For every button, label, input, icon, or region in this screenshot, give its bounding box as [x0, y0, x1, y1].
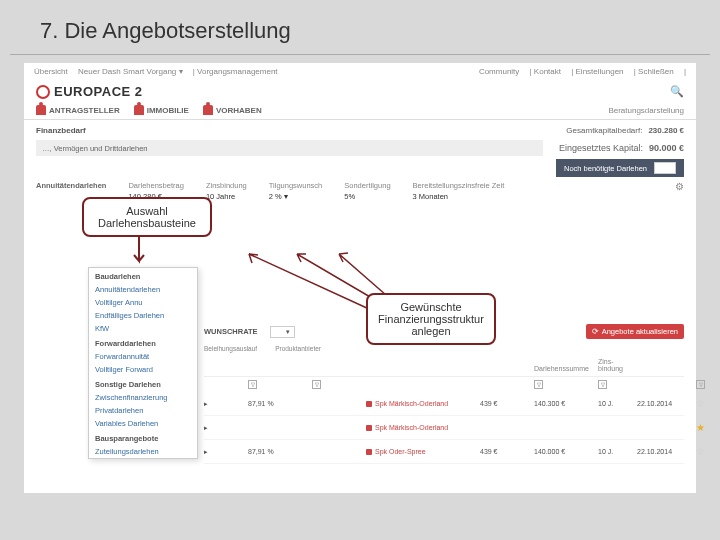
filter-icon[interactable]: ∇	[534, 380, 543, 389]
tab-immobilie[interactable]: IMMOBILIE	[134, 105, 189, 115]
dd-forward-ann[interactable]: Forwardannuität	[89, 350, 197, 363]
provider-label: Produktanbieter	[275, 345, 321, 352]
nav-settings[interactable]: Einstellungen	[576, 67, 624, 76]
row-sum: 140.300 €	[534, 400, 594, 407]
consulting-view-link[interactable]: Beratungsdarstellung	[608, 106, 684, 115]
nav-contact[interactable]: Kontakt	[534, 67, 561, 76]
callout-structure: Gewünschte Finanzierungs­struktur anlege…	[366, 293, 496, 345]
refresh-icon: ⟳	[592, 327, 599, 336]
row-pct: 87,91 %	[248, 448, 308, 455]
filter-icon[interactable]: ∇	[598, 380, 607, 389]
update-offers-button[interactable]: ⟳Angebote aktualisieren	[586, 324, 684, 339]
dd-kfw[interactable]: KfW	[89, 322, 197, 335]
row-bank: Spk Oder-Spree	[366, 448, 476, 455]
app-screenshot: Übersicht Neuer Dash Smart Vorgang ▾ | V…	[24, 63, 696, 493]
star-icon[interactable]: ★	[696, 422, 716, 433]
dd-annuitaet[interactable]: Annuitätendarlehen	[89, 283, 197, 296]
nav-community[interactable]: Community	[479, 67, 519, 76]
person-icon	[36, 105, 46, 115]
assets-bar: …, Vermögen und Drittdarlehen	[36, 140, 543, 156]
house-icon	[134, 105, 144, 115]
table-row[interactable]: ▸ 87,91 % Spk Märkisch-Oderland 439 € 14…	[204, 392, 684, 416]
col-binding[interactable]: Zins­bindung	[598, 358, 633, 372]
remaining-loans-bar: Noch benötigte Darlehen 0 €	[556, 159, 684, 177]
binding-value[interactable]: 10 Jahre	[206, 192, 247, 201]
star-icon[interactable]: ☆	[696, 446, 716, 457]
row-pct: 87,91 %	[248, 400, 308, 407]
offers-table: Darlehens­summe Zins­bindung ∇ ∇ ∇ ∇ ∇ ▸…	[204, 354, 684, 464]
free-label: Bereitstellungszinsfreie Zeit	[413, 181, 505, 190]
tab-antragsteller[interactable]: ANTRAGSTELLER	[36, 105, 120, 115]
row-rate: 439 €	[480, 448, 530, 455]
dd-zwischen[interactable]: Zwischenfinanzierung	[89, 391, 197, 404]
gk-label: Gesamtkapitalbedarf:	[566, 126, 642, 135]
table-row[interactable]: ▸ Spk Märkisch-Oderland ★	[204, 416, 684, 440]
free-value[interactable]: 3 Monaten	[413, 192, 505, 201]
dd-endfaellig[interactable]: Endfälliges Darlehen	[89, 309, 197, 322]
filter-icon[interactable]: ∇	[312, 380, 321, 389]
star-icon[interactable]: ☆	[696, 398, 716, 409]
col-sum[interactable]: Darlehens­summe	[534, 365, 594, 372]
table-row[interactable]: ▸ 87,91 % Spk Oder-Spree 439 € 140.000 €…	[204, 440, 684, 464]
special-value[interactable]: 5%	[344, 192, 390, 201]
dd-volltilger[interactable]: Volltilger Annu	[89, 296, 197, 309]
row-bind: 10 J.	[598, 400, 633, 407]
loan-type-dropdown[interactable]: Baudarlehen Annuitätendarlehen Volltilge…	[88, 267, 198, 459]
tab-vorhaben[interactable]: VORHABEN	[203, 105, 262, 115]
row-sum: 140.000 €	[534, 448, 594, 455]
row-rate: 439 €	[480, 400, 530, 407]
binding-label: Zinsbindung	[206, 181, 247, 190]
ek-value: 90.000 €	[649, 143, 684, 153]
gear-icon[interactable]: ⚙	[675, 181, 684, 201]
dd-section-sonstige: Sonstige Darlehen	[89, 376, 197, 391]
dd-privat[interactable]: Privatdarlehen	[89, 404, 197, 417]
dd-section-forward: Forwarddarlehen	[89, 335, 197, 350]
dd-section-bauspar: Bausparangebote	[89, 430, 197, 445]
nav-close[interactable]: Schließen	[638, 67, 674, 76]
nav-overview[interactable]: Übersicht	[34, 67, 68, 76]
repay-value[interactable]: 2 % ▾	[269, 192, 323, 201]
filter-icon[interactable]: ∇	[248, 380, 257, 389]
top-navbar: Übersicht Neuer Dash Smart Vorgang ▾ | V…	[24, 63, 696, 80]
amount-label: Darlehensbetrag	[128, 181, 183, 190]
special-label: Sondertilgung	[344, 181, 390, 190]
wunschrate-select[interactable]: ▾	[270, 326, 296, 338]
row-bank: Spk Märkisch-Oderland	[366, 400, 476, 407]
row-bind: 10 J.	[598, 448, 633, 455]
repay-label: Tilgungswunsch	[269, 181, 323, 190]
ek-label: Eingesetztes Kapital:	[559, 143, 643, 153]
project-icon	[203, 105, 213, 115]
ltv-label: Beleihungs­auslauf	[204, 345, 257, 352]
slide-title: 7. Die Angebotserstellung	[10, 0, 710, 55]
finanzbedarf-label: Finanzbedarf	[36, 126, 86, 135]
search-icon[interactable]: 🔍	[670, 85, 684, 98]
gk-value: 230.280 €	[648, 126, 684, 135]
callout-loan-selection: Auswahl Darlehensbausteine	[82, 197, 212, 237]
nav-case-mgmt[interactable]: Vorgangsmanagement	[197, 67, 278, 76]
nav-new-case[interactable]: Neuer Dash Smart Vorgang ▾	[78, 67, 183, 76]
logo-icon	[36, 85, 50, 99]
brand-logo: EUROPACE 2	[36, 84, 143, 99]
row-date: 22.10.2014	[637, 400, 692, 407]
wunschrate-label: WUNSCHRATE	[204, 327, 258, 336]
row-date: 22.10.2014	[637, 448, 692, 455]
filter-icon[interactable]: ∇	[696, 380, 705, 389]
dd-zuteilung[interactable]: Zuteilungsdarlehen	[89, 445, 197, 458]
row-bank: Spk Märkisch-Oderland	[366, 424, 476, 431]
dd-variabel[interactable]: Variables Darlehen	[89, 417, 197, 430]
remaining-input[interactable]: 0 €	[654, 162, 676, 174]
logo-text: EUROPACE 2	[54, 84, 143, 99]
dd-forward-voll[interactable]: Volltilger Forward	[89, 363, 197, 376]
